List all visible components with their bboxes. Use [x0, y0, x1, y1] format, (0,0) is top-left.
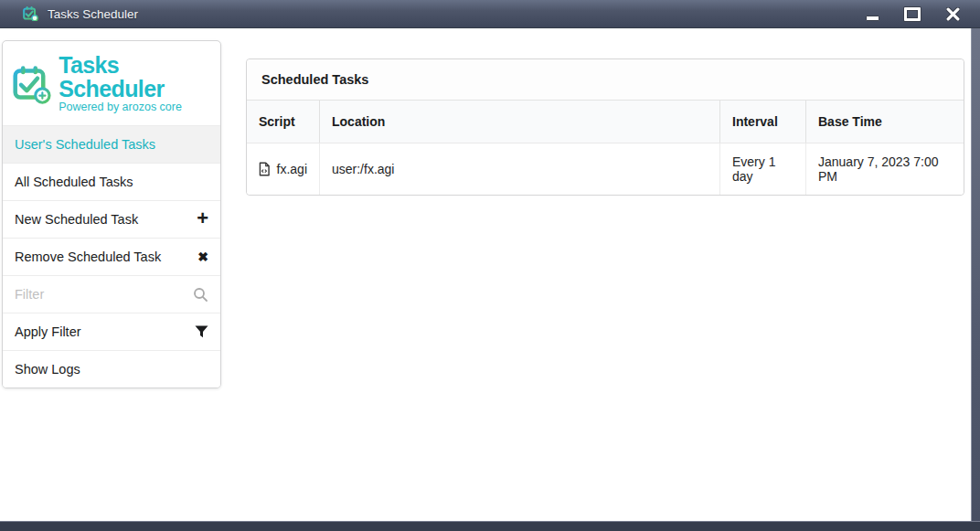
- window-title: Tasks Scheduler: [48, 7, 138, 21]
- sidebar-item-show-logs[interactable]: Show Logs: [3, 350, 220, 388]
- minimize-button[interactable]: [852, 0, 892, 28]
- interval-value: Every 1 day: [732, 154, 794, 184]
- logo-text: Tasks Scheduler Powered by arozos core: [59, 54, 213, 113]
- minimize-icon: [866, 16, 879, 21]
- cell-interval: Every 1 day: [719, 143, 805, 195]
- table-row[interactable]: fx.agi user:/fx.agi Every 1 day January …: [247, 143, 964, 195]
- funnel-icon: [195, 325, 208, 338]
- sidebar-item-new-scheduled-task[interactable]: New Scheduled Task +: [3, 200, 220, 238]
- sidebar-item-label: User's Scheduled Tasks: [15, 137, 208, 152]
- sidebar-item-label: Show Logs: [15, 362, 208, 377]
- close-button[interactable]: [932, 0, 973, 28]
- app-calendar-icon: [23, 6, 38, 21]
- window-frame-bottom: [0, 521, 980, 531]
- column-header-interval: Interval: [719, 101, 805, 143]
- file-code-icon: [259, 162, 271, 176]
- column-header-script: Script: [247, 101, 319, 143]
- panel-title: Scheduled Tasks: [247, 59, 964, 101]
- scheduled-tasks-panel: Scheduled Tasks Script Location Interval…: [246, 58, 964, 196]
- sidebar-item-apply-filter[interactable]: Apply Filter: [3, 313, 220, 350]
- window-frame-right: [971, 28, 980, 531]
- logo-subtitle: Powered by arozos core: [59, 101, 213, 113]
- maximize-icon: [904, 7, 921, 21]
- cell-location: user:/fx.agi: [319, 143, 719, 195]
- sidebar: Tasks Scheduler Powered by arozos core U…: [2, 40, 221, 388]
- column-header-base-time: Base Time: [805, 101, 964, 143]
- close-icon: [946, 7, 960, 21]
- search-icon: [193, 287, 208, 303]
- tasks-scheduler-logo-icon: [13, 63, 52, 105]
- app-logo: Tasks Scheduler Powered by arozos core: [3, 41, 220, 125]
- sidebar-item-remove-scheduled-task[interactable]: Remove Scheduled Task ✖: [3, 238, 220, 275]
- sidebar-filter-row: [3, 275, 220, 313]
- sidebar-item-label: Remove Scheduled Task: [15, 250, 197, 264]
- base-time-value: January 7, 2023 7:00 PM: [818, 154, 952, 184]
- maximize-button[interactable]: [892, 0, 932, 28]
- cross-icon: ✖: [197, 250, 208, 264]
- script-name: fx.agi: [277, 162, 307, 176]
- sidebar-item-label: New Scheduled Task: [15, 212, 197, 227]
- titlebar[interactable]: Tasks Scheduler: [0, 0, 980, 28]
- sidebar-item-users-scheduled-tasks[interactable]: User's Scheduled Tasks: [3, 125, 220, 163]
- filter-input[interactable]: [15, 287, 193, 302]
- location-value: user:/fx.agi: [332, 162, 394, 176]
- app-window: Tasks Scheduler: [0, 0, 980, 531]
- sidebar-item-label: All Scheduled Tasks: [15, 175, 208, 189]
- window-controls: [852, 0, 973, 28]
- cell-base-time: January 7, 2023 7:00 PM: [805, 143, 964, 195]
- sidebar-item-label: Apply Filter: [15, 324, 195, 339]
- column-header-location: Location: [319, 101, 719, 143]
- logo-title: Tasks Scheduler: [59, 54, 213, 101]
- sidebar-item-all-scheduled-tasks[interactable]: All Scheduled Tasks: [3, 163, 220, 200]
- table-header-row: Script Location Interval Base Time: [247, 101, 964, 143]
- cell-script: fx.agi: [247, 143, 319, 195]
